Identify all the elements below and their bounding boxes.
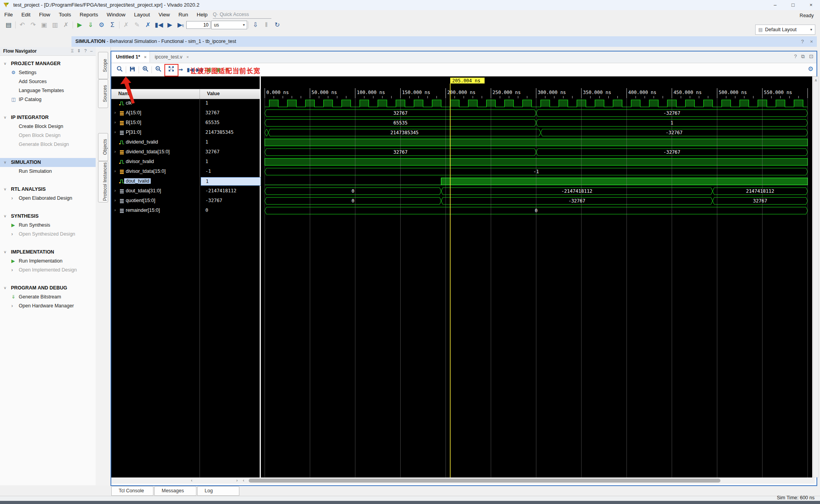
- flow-item-language-templates[interactable]: Language Templates: [0, 86, 96, 95]
- signal-row[interactable]: divisor_tvalid1: [111, 157, 260, 167]
- chevron-right-icon[interactable]: ›: [11, 230, 13, 239]
- flow-item-run-implementation[interactable]: ▶Run Implementation: [0, 257, 96, 266]
- collapse-icon[interactable]: ˅: [4, 59, 6, 68]
- close-tab-icon[interactable]: ×: [144, 55, 146, 59]
- flow-item-ip-catalog[interactable]: ◫IP Catalog: [0, 95, 96, 104]
- search-icon[interactable]: [114, 66, 125, 74]
- zoom-out-icon[interactable]: [153, 66, 163, 74]
- signal-row[interactable]: ›B[15:0]65535: [111, 118, 260, 128]
- expand-icon[interactable]: ›: [114, 120, 116, 124]
- signal-name[interactable]: dividend_tvalid: [126, 139, 158, 145]
- expand-icon[interactable]: ›: [114, 198, 116, 202]
- expand-icon[interactable]: ›: [114, 169, 116, 173]
- scroll-left-icon[interactable]: ‹: [243, 478, 244, 483]
- relaunch-icon[interactable]: ↻: [272, 20, 283, 30]
- flow-section-ip-integrator[interactable]: ˅IP INTEGRATOR: [0, 113, 96, 122]
- redo-icon[interactable]: ↷: [28, 20, 39, 30]
- signal-row[interactable]: dout_tvalid1: [111, 177, 260, 186]
- signal-name[interactable]: divisor_tdata[15:0]: [126, 169, 166, 174]
- scroll-right-icon[interactable]: ›: [235, 478, 239, 483]
- float-icon[interactable]: ⧉: [801, 53, 805, 59]
- flow-section-implementation[interactable]: ˅IMPLEMENTATION: [0, 248, 96, 257]
- signal-row[interactable]: ›dividend_tdata[15:0]32767: [111, 147, 260, 157]
- side-tab-sources[interactable]: Sources: [98, 79, 108, 108]
- menu-help[interactable]: Help: [193, 10, 212, 19]
- vertical-scrollbar[interactable]: ∧: [813, 76, 819, 477]
- side-tab-objects[interactable]: Objects: [98, 133, 108, 161]
- side-tab-protocol-instances[interactable]: Protocol Instances: [98, 161, 108, 202]
- flow-item-open-elaborated-design[interactable]: ›Open Elaborated Design: [0, 194, 96, 203]
- signal-row[interactable]: ›dout_tdata[31:0]-2147418112: [111, 186, 260, 196]
- maximize-icon[interactable]: ⊡: [809, 53, 813, 59]
- menu-view[interactable]: View: [154, 10, 174, 19]
- menu-window[interactable]: Window: [102, 10, 130, 19]
- signal-row[interactable]: dividend_tvalid1: [111, 138, 260, 147]
- pause-icon[interactable]: ‖: [261, 20, 272, 30]
- collapse-icon[interactable]: ˅: [4, 158, 6, 167]
- wave-tab-untitled-1-[interactable]: Untitled 1*×: [111, 51, 150, 62]
- run-for-time-icon[interactable]: ▶ₜ: [175, 20, 186, 30]
- disabled-run-icon[interactable]: ✗: [121, 20, 132, 30]
- layout-selector[interactable]: ▤Default Layout ▾: [755, 25, 815, 35]
- close-icon[interactable]: ×: [810, 39, 813, 44]
- signal-name[interactable]: P[31:0]: [126, 130, 141, 135]
- menu-edit[interactable]: Edit: [17, 10, 35, 19]
- flow-item-open-hardware-manager[interactable]: ›Open Hardware Manager: [0, 302, 96, 311]
- simulation-runtime-input[interactable]: [186, 21, 210, 29]
- menu-flow[interactable]: Flow: [35, 10, 55, 19]
- menu-layout[interactable]: Layout: [130, 10, 154, 19]
- minimize-window-button[interactable]: –: [766, 0, 784, 10]
- open-project-icon[interactable]: ▤: [3, 20, 14, 30]
- wave-settings-icon[interactable]: ⚙: [808, 65, 813, 73]
- bottom-tab-log[interactable]: Log: [197, 486, 239, 496]
- maximize-window-button[interactable]: □: [784, 0, 802, 10]
- toggle-icon[interactable]: Ξ: [71, 48, 73, 53]
- run-icon[interactable]: ▶: [74, 20, 85, 30]
- signal-name[interactable]: B[15:0]: [126, 120, 141, 125]
- collapse-icon[interactable]: ˅: [4, 113, 6, 122]
- help-icon[interactable]: ?: [84, 48, 87, 53]
- waveform-scrollbar[interactable]: ‹: [243, 478, 811, 483]
- signal-name[interactable]: quotient[15:0]: [126, 198, 155, 203]
- generate-bitstream-icon[interactable]: ⇓: [85, 20, 96, 30]
- save-icon[interactable]: [127, 66, 137, 74]
- chevron-right-icon[interactable]: ›: [11, 266, 13, 275]
- zoom-in-icon[interactable]: [140, 66, 150, 74]
- run-all-icon[interactable]: ▶: [164, 20, 175, 30]
- signal-row[interactable]: ›quotient[15:0]-32767: [111, 196, 260, 206]
- signal-name[interactable]: dout_tvalid: [124, 178, 151, 184]
- menu-reports[interactable]: Reports: [75, 10, 102, 19]
- signal-name[interactable]: remainder[15:0]: [126, 208, 160, 213]
- help-icon[interactable]: ?: [801, 39, 804, 44]
- collapse-icon[interactable]: ˅: [4, 248, 6, 257]
- signal-row[interactable]: ›remainder[15:0]0: [111, 206, 260, 216]
- menu-run[interactable]: Run: [174, 10, 193, 19]
- copy-icon[interactable]: ▣: [39, 20, 50, 30]
- flow-section-rtl-analysis[interactable]: ˅RTL ANALYSIS: [0, 185, 96, 194]
- delete-icon[interactable]: ✗: [61, 20, 71, 30]
- collapse-icon[interactable]: ˅: [4, 284, 6, 293]
- waveform-plot[interactable]: 32767-327676553512147385345-3276732767-3…: [261, 76, 812, 477]
- value-column-header[interactable]: Value: [207, 91, 220, 96]
- close-window-button[interactable]: ×: [802, 0, 820, 10]
- signal-row[interactable]: ›P[31:0]2147385345: [111, 128, 260, 138]
- bottom-tab-messages[interactable]: Messages: [154, 486, 196, 496]
- scroll-up-icon[interactable]: ∧: [813, 77, 818, 82]
- flow-item-create-block-design[interactable]: Create Block Design: [0, 122, 96, 131]
- close-tab-icon[interactable]: ×: [186, 55, 189, 59]
- columns-scrollbar[interactable]: ‹ ›: [189, 478, 239, 483]
- scroll-left-icon[interactable]: ‹: [189, 478, 194, 483]
- signal-name[interactable]: A[15:0]: [126, 110, 141, 115]
- signal-row[interactable]: ›divisor_tdata[15:0]-1: [111, 167, 260, 177]
- step-icon[interactable]: ⇩: [250, 20, 261, 30]
- settings-icon[interactable]: ⚙: [96, 20, 107, 30]
- cancel-icon[interactable]: ✗: [143, 20, 153, 30]
- flow-item-open-block-design[interactable]: Open Block Design: [0, 131, 96, 140]
- help-icon[interactable]: ?: [794, 53, 797, 59]
- signal-row[interactable]: ›A[15:0]32767: [111, 108, 260, 118]
- signal-name[interactable]: dividend_tdata[15:0]: [126, 149, 170, 154]
- menu-tools[interactable]: Tools: [55, 10, 76, 19]
- flow-section-project-manager[interactable]: ˅PROJECT MANAGER: [0, 59, 96, 68]
- flow-item-run-synthesis[interactable]: ▶Run Synthesis: [0, 221, 96, 230]
- expand-icon[interactable]: ›: [114, 208, 116, 212]
